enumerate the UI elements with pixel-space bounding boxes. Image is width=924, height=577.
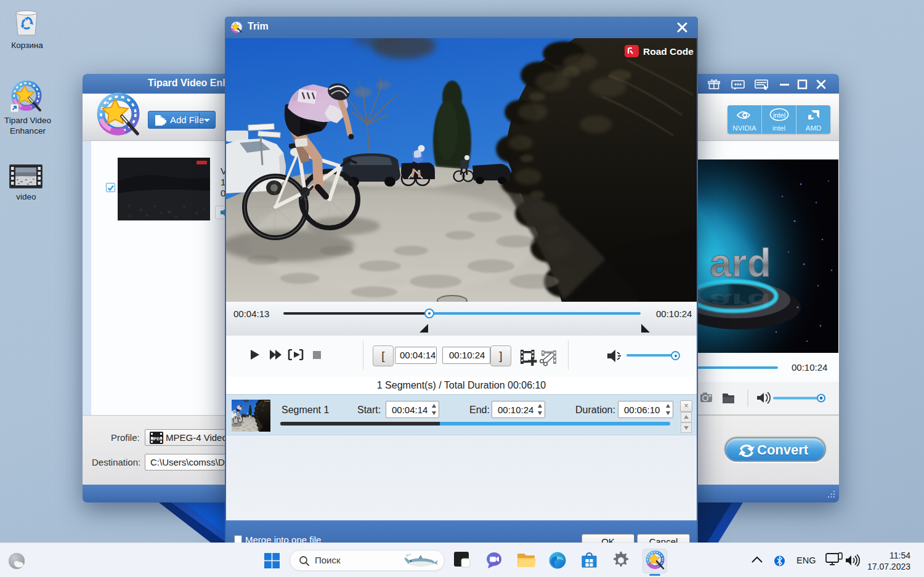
svg-text:ard: ard — [710, 241, 771, 285]
svg-text:intel: intel — [773, 111, 785, 119]
svg-text:Road Code: Road Code — [643, 46, 694, 57]
svg-text:MPEG: MPEG — [150, 437, 162, 441]
svg-text:ard: ard — [710, 289, 771, 312]
